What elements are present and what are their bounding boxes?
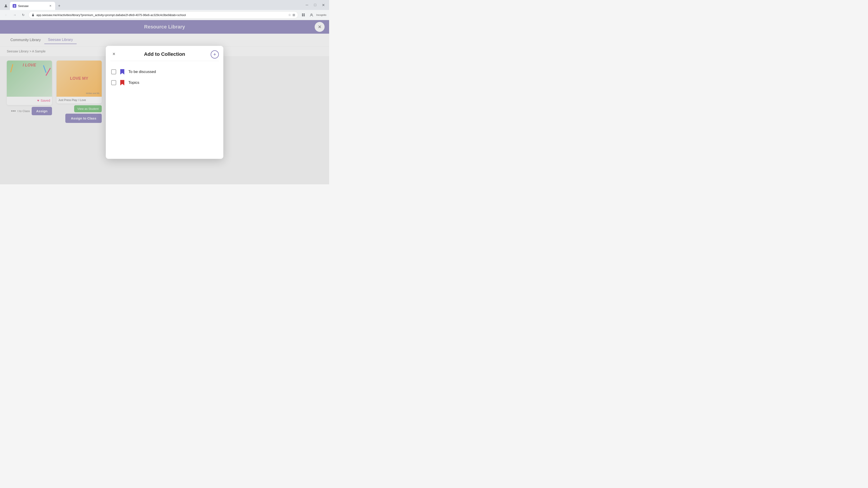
modal-body: To be discussed Topics xyxy=(106,61,223,94)
svg-point-0 xyxy=(5,4,6,6)
browser-chrome: S Seesaw ✕ + ─ □ ✕ ← → ↻ app.seesaw.me/#… xyxy=(0,0,329,20)
tab-title: Seesaw xyxy=(18,4,46,8)
collection-item-1: To be discussed xyxy=(111,66,218,77)
active-tab[interactable]: S Seesaw ✕ xyxy=(10,2,55,10)
svg-point-6 xyxy=(311,14,312,15)
extensions-icon[interactable]: ⊞ xyxy=(292,13,295,17)
favicon-letter: S xyxy=(13,4,16,8)
back-button[interactable]: ← xyxy=(3,11,9,18)
collection-checkbox-2[interactable] xyxy=(111,80,116,85)
modal-header: × Add to Collection + xyxy=(106,46,223,61)
profile-btn[interactable] xyxy=(3,3,9,9)
plus-icon: + xyxy=(213,52,216,57)
minimize-button[interactable]: ─ xyxy=(304,2,310,8)
extensions-button[interactable] xyxy=(300,11,307,18)
forward-button[interactable]: → xyxy=(11,11,18,18)
svg-rect-1 xyxy=(32,15,34,16)
new-tab-button[interactable]: + xyxy=(56,3,62,9)
address-bar[interactable]: app.seesaw.me/#/activities/library?premi… xyxy=(29,11,298,19)
bookmark-addr-icon[interactable]: ☆ xyxy=(288,13,291,17)
modal-title: Add to Collection xyxy=(144,51,185,57)
add-to-collection-modal: × Add to Collection + To be discussed xyxy=(106,46,223,159)
modal-add-new-button[interactable]: + xyxy=(211,51,219,59)
address-bar-row: ← → ↻ app.seesaw.me/#/activities/library… xyxy=(0,10,329,20)
svg-rect-3 xyxy=(304,13,305,15)
collection-checkbox-1[interactable] xyxy=(111,69,116,74)
bookmark-icon-1 xyxy=(120,69,125,75)
collection-name-2: Topics xyxy=(128,80,139,85)
app-content: Resource Library ✕ Community Library See… xyxy=(0,20,329,184)
svg-rect-4 xyxy=(302,15,303,16)
svg-rect-5 xyxy=(304,15,305,16)
tab-bar: S Seesaw ✕ + ─ □ ✕ xyxy=(0,0,329,10)
close-window-button[interactable]: ✕ xyxy=(320,2,327,8)
modal-close-icon: × xyxy=(113,51,116,57)
refresh-button[interactable]: ↻ xyxy=(20,11,27,18)
modal-close-button[interactable]: × xyxy=(110,51,118,58)
browser-actions: Incognito xyxy=(300,11,327,18)
profile-menu-button[interactable] xyxy=(308,11,315,18)
tab-favicon: S xyxy=(13,4,16,8)
collection-item-2: Topics xyxy=(111,77,218,88)
lock-icon xyxy=(31,13,35,17)
window-controls: ─ □ ✕ xyxy=(304,2,327,8)
svg-rect-2 xyxy=(302,13,303,15)
url-text: app.seesaw.me/#/activities/library?premi… xyxy=(36,13,286,17)
incognito-label: Incognito xyxy=(316,13,327,16)
maximize-button[interactable]: □ xyxy=(312,2,318,8)
address-icons: ☆ ⊞ xyxy=(288,13,295,17)
collection-name-1: To be discussed xyxy=(128,70,156,74)
tab-close-button[interactable]: ✕ xyxy=(49,4,53,8)
bookmark-icon-2 xyxy=(120,79,125,86)
